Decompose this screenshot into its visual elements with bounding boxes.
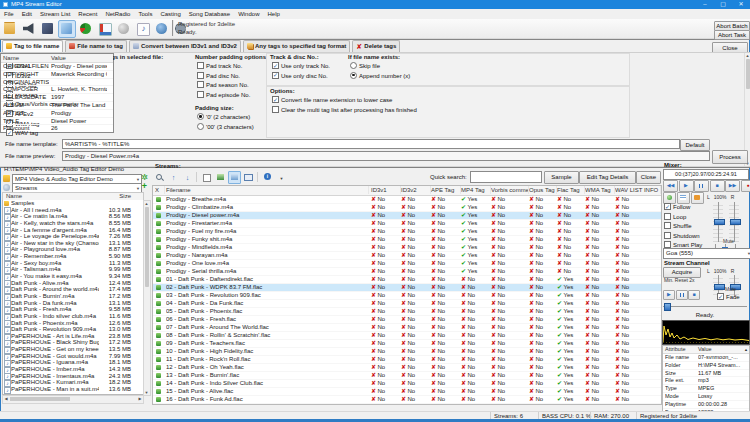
checkbox-convert-file-name-extension-to-lower-case[interactable]: Convert file name extension to lower cas…	[272, 96, 572, 106]
list-item[interactable]: ♪Daft Punk - Indo silver club.m4a11.6 MB	[3, 313, 143, 320]
minimize-button[interactable]: –	[696, 0, 714, 9]
column-header-name[interactable]: Name	[6, 193, 22, 200]
checkbox-pad-season-no[interactable]: Pad season No.	[197, 81, 263, 91]
abort-task-button[interactable]: Abort Task	[714, 30, 750, 40]
checkbox-pad-episode-no[interactable]: Pad episode No.	[197, 91, 263, 101]
attribute-row[interactable]: Size11.67 MB	[663, 370, 749, 378]
stream-row[interactable]: 09 - Daft Punk - Teachers.flac✘No✘No✘No✘…	[153, 340, 661, 348]
menu-netradio[interactable]: NetRadio	[101, 9, 134, 19]
checkbox-use-only-track-no[interactable]: Use only track No.	[272, 62, 342, 72]
list-item[interactable]: ♪PaPERHOUsE - Man in a suit.m4a13.6 MB	[3, 386, 143, 393]
list-item[interactable]: ♪Air - All I need.m4a10.3 MB	[3, 207, 143, 214]
scroll-down-icon[interactable]: ▼	[144, 390, 149, 395]
checkbox-use-only-disc-no[interactable]: Use only disc No.	[272, 72, 342, 82]
maximize-button[interactable]: ▢	[714, 0, 732, 9]
stream-row[interactable]: 01 - Daft Punk - Daftendirekt.flac✘No✘No…	[153, 276, 661, 284]
cube-blue-button[interactable]	[58, 20, 76, 38]
menu-recent[interactable]: Recent	[74, 9, 101, 19]
column-header-mp4-tag[interactable]: MP4 Tag	[461, 186, 491, 194]
checkbox-shuffle[interactable]: Shuffle	[664, 222, 706, 232]
attribute-row[interactable]: FolderH:\MP4 Stream...	[663, 362, 749, 370]
list-item[interactable]: ♪Air - Kelly, watch the stars.m4a8.55 MB	[3, 220, 143, 227]
list-item[interactable]: ♪Daft Punk - Da funk.m4a13.1 MB	[3, 300, 143, 307]
column-header-id3v1[interactable]: ID3v1	[371, 186, 401, 194]
pie-chart-button[interactable]	[77, 20, 95, 38]
list-item[interactable]: ♪Air - You make it easy.m4a9.34 MB	[3, 273, 143, 280]
file-list-vscrollbar[interactable]: ▲ ▼	[143, 200, 151, 396]
column-header-flac-tag[interactable]: Flac Tag	[557, 186, 585, 194]
radio-skip-file[interactable]: Skip file	[350, 62, 430, 72]
radio-append-number-x[interactable]: Append number (x)	[350, 72, 430, 82]
checkbox-clear-the-multi-tag-list-after-processing-has-finished[interactable]: Clear the multi tag list after processin…	[272, 106, 572, 116]
list-item[interactable]: ♪Daft Punk - Alive.m4a12.4 MB	[3, 280, 143, 287]
column-header-ape-tag[interactable]: APE Tag	[431, 186, 461, 194]
attribute-row[interactable]: TypeMPEG	[663, 385, 749, 393]
tab-file-name-to-tag[interactable]: File name to tag	[65, 40, 127, 52]
list-item[interactable]: ♪PaPERHOUsE - Imentaus.m4a24.3 MB	[3, 373, 143, 380]
sample-button[interactable]: Sample	[544, 171, 579, 184]
scroll-right-icon[interactable]: ▶	[137, 396, 143, 402]
close-window-button[interactable]: ✕	[732, 0, 750, 9]
stream-row[interactable]: 03 - Daft Punk - Revolution 909.flac✘No✘…	[153, 292, 661, 300]
stream-row[interactable]: Prodigy - Breathe.m4a✘No✘No✘No✔Yes✘No✘No…	[153, 196, 661, 204]
stream-row[interactable]: Prodigy - Climbatize.m4a✘No✘No✘No✔Yes✘No…	[153, 204, 661, 212]
stop-button[interactable]: ■	[688, 290, 700, 300]
pause-button[interactable]	[676, 290, 688, 300]
available-tags-listbox[interactable]: Name Value ORIGINALFILENAMEProdigy - Die…	[0, 53, 114, 133]
quick-search-input[interactable]	[470, 171, 542, 183]
menu-casting[interactable]: Casting	[156, 9, 184, 19]
attribute-row[interactable]: ModeLossy	[663, 393, 749, 401]
attribute-row[interactable]: File ext.mp3	[663, 377, 749, 385]
details-view-button[interactable]	[228, 171, 241, 184]
list-item[interactable]: ♪PaPERHOUsE - Art is Life.m4a23.8 MB	[3, 333, 143, 340]
checkbox-follow[interactable]: Follow	[664, 203, 706, 213]
next-button[interactable]: ▶▶	[725, 180, 740, 192]
tab-delete-tags[interactable]: ✘Delete tags	[352, 40, 400, 52]
stream-row[interactable]: Prodigy - Narayan.m4a✘No✘No✘No✔Yes✘No✘No…	[153, 252, 661, 260]
globe-gear-button[interactable]	[153, 20, 171, 38]
available-tag-row[interactable]: ALBUMThe Fat of The Land	[1, 102, 113, 110]
available-tag-row[interactable]: ORIGINALARTIST	[1, 79, 113, 87]
record-button[interactable]: ●	[741, 180, 750, 192]
available-tag-row[interactable]: Playcount26	[1, 125, 113, 133]
file-list-hscrollbar[interactable]: ◀ ▶	[2, 395, 144, 404]
previous-button[interactable]: ◀◀	[663, 180, 678, 192]
available-tag-row[interactable]: COPYRIGHTMaverick Recording C...	[1, 71, 113, 79]
menu-tools[interactable]: Tools	[134, 9, 156, 19]
list-item[interactable]: Samples	[3, 200, 143, 207]
speaker-button[interactable]	[20, 20, 38, 38]
attribute-row[interactable]: Playtime00:00:00.28	[663, 401, 749, 409]
stream-row[interactable]: 14 - Daft Punk - Indo Silver Club.flac✘N…	[153, 380, 661, 388]
scrollbar-thumb[interactable]	[145, 207, 149, 287]
template-input[interactable]: %ARTIST% - %TITLE%	[62, 139, 680, 149]
checkbox-loop[interactable]: Loop	[664, 213, 706, 223]
checkbox-shutdown[interactable]: Shutdown	[664, 232, 706, 242]
stream-row[interactable]: 10 - Daft Punk - High Fidelity.flac✘No✘N…	[153, 348, 661, 356]
list-item[interactable]: ♪Air - Ce matin la.m4a8.56 MB	[3, 213, 143, 220]
magnifier-button[interactable]	[153, 171, 166, 184]
scrollbar-thumb[interactable]	[10, 397, 70, 401]
available-tag-row[interactable]: RELEASEDATE1997	[1, 94, 113, 102]
list-item[interactable]: ♪PaPERHOUsE - Get on my knees gam...13.5…	[3, 346, 143, 353]
thumbnails-button[interactable]	[214, 171, 227, 184]
stream-row[interactable]: 13 - Daft Punk - Burnin'.flac✘No✘No✘No✘N…	[153, 372, 661, 380]
column-header-filename[interactable]: Filename	[166, 186, 369, 194]
list-item[interactable]: ♪PaPERHOUsE - Iguana.m4a18.1 MB	[3, 359, 143, 366]
chart-arrow-button[interactable]	[96, 20, 114, 38]
scroll-up-icon[interactable]: ▲	[144, 201, 149, 206]
stream-row[interactable]: Prodigy - Funky shit.m4a✘No✘No✘No✔Yes✘No…	[153, 236, 661, 244]
checkbox-pad-track-no[interactable]: Pad track No.	[197, 62, 263, 72]
column-header-vorbis-comments[interactable]: Vorbis comments	[491, 186, 529, 194]
list-item[interactable]: ♪Air - Playground love.m4a8.87 MB	[3, 246, 143, 253]
default-button[interactable]: Default	[680, 139, 710, 151]
position-slider[interactable]	[663, 303, 747, 309]
stream-row[interactable]: 06 - Daft Punk - Fresh.flac✘No✘No✘No✘No✘…	[153, 316, 661, 324]
column-header-wma-tag[interactable]: WMA Tag	[585, 186, 615, 194]
menu-file[interactable]: File	[0, 9, 18, 19]
preset-combo[interactable]: Goa (555) ▼	[663, 248, 750, 259]
add-button[interactable]: +	[140, 182, 149, 191]
column-header-opus-tag[interactable]: Opus Tag	[529, 186, 557, 194]
radio-00-3-characters[interactable]: '00' (3 characters)	[197, 123, 263, 133]
volume-slider-left[interactable]	[713, 202, 723, 242]
list-item[interactable]: ♪PaPERHOUsE - Black Shiny Bug.m4a17.2 MB	[3, 339, 143, 346]
